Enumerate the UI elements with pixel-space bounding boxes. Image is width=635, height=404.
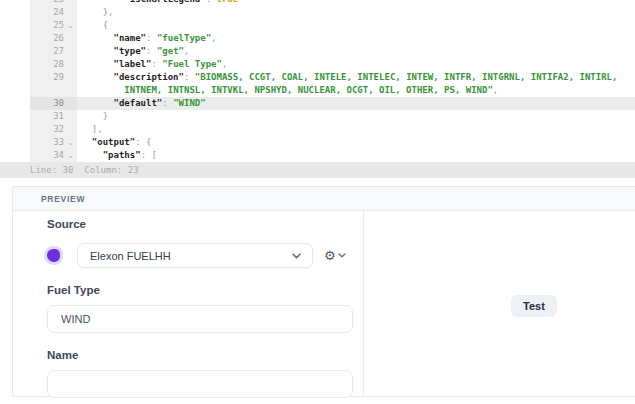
editor-status-bar: Line: 30 Column: 23 [0, 162, 635, 178]
line-number: 33⌄ [30, 136, 77, 149]
editor-line[interactable]: 30 "default": "WIND" [0, 97, 635, 110]
source-row: Elexon FUELHH ⚙ [47, 243, 352, 268]
line-number: 34⌄ [30, 149, 77, 162]
editor-left-margin [0, 58, 30, 71]
code-text: "output": { [77, 136, 635, 149]
code-text: "paths": [ [77, 149, 635, 162]
editor-lines: 23 "isChartLegend": true24 },25⌄ {26 "na… [0, 0, 635, 162]
line-number: 31 [30, 110, 77, 123]
editor-line[interactable]: 24 }, [0, 6, 635, 19]
editor-line[interactable]: 33⌄ "output": { [0, 136, 635, 149]
fold-arrow-icon[interactable]: ⌄ [64, 149, 77, 162]
editor-left-margin [0, 6, 30, 19]
source-label: Source [47, 218, 352, 230]
code-text: "name": "fuelType", [77, 32, 635, 45]
editor-left-margin [0, 136, 30, 149]
code-text: "default": "WIND" [77, 97, 635, 110]
editor-line[interactable]: 25⌄ { [0, 19, 635, 32]
code-text: } [77, 110, 635, 123]
editor-left-margin [0, 149, 30, 162]
preview-header-label: PREVIEW [41, 194, 85, 204]
editor-left-margin [0, 110, 30, 123]
source-select-value: Elexon FUELHH [90, 250, 171, 262]
field-label: Name [47, 349, 352, 361]
source-settings-button[interactable]: ⚙ [324, 249, 346, 262]
gear-icon: ⚙ [324, 249, 336, 262]
line-number [30, 84, 77, 97]
editor-line[interactable]: 34⌄ "paths": [ [0, 149, 635, 162]
chevron-down-icon [338, 253, 346, 258]
preview-test-pane: Test [364, 211, 635, 396]
editor-line[interactable]: 26 "name": "fuelType", [0, 32, 635, 45]
test-button[interactable]: Test [511, 295, 557, 317]
editor-line[interactable]: 28 "label": "Fuel Type", [0, 58, 635, 71]
code-text: ], [77, 123, 635, 136]
line-number: 25⌄ [30, 19, 77, 32]
code-text: "description": "BIOMASS, CCGT, COAL, INT… [77, 71, 635, 84]
chevron-down-icon [292, 253, 301, 259]
preview-body: Source Elexon FUELHH ⚙ Fuel TypeWINDName… [13, 211, 635, 396]
status-line: Line: 30 [30, 165, 73, 175]
line-number: 24 [30, 6, 77, 19]
field-input[interactable]: WIND [47, 305, 353, 333]
form-field: Fuel TypeWIND [47, 284, 352, 333]
code-text: { [77, 19, 635, 32]
editor-left-margin [0, 32, 30, 45]
field-label: Fuel Type [47, 284, 352, 296]
line-number: 28 [30, 58, 77, 71]
editor-line[interactable]: INTNEM, INTNSL, INTVKL, NPSHYD, NUCLEAR,… [0, 84, 635, 97]
preview-form: Source Elexon FUELHH ⚙ Fuel TypeWINDName [13, 211, 364, 396]
line-number: 26 [30, 32, 77, 45]
preview-fields: Fuel TypeWINDName [47, 284, 352, 398]
source-select[interactable]: Elexon FUELHH [77, 243, 313, 268]
status-column: Column: 23 [84, 165, 138, 175]
line-number: 30 [30, 97, 77, 110]
editor-left-margin [0, 19, 30, 32]
editor-left-margin [0, 84, 30, 97]
editor-left-margin [0, 97, 30, 110]
code-text: "label": "Fuel Type", [77, 58, 635, 71]
preview-panel: PREVIEW Source Elexon FUELHH ⚙ Fuel Type… [12, 186, 635, 397]
line-number: 29 [30, 71, 77, 84]
editor-line[interactable]: 29 "description": "BIOMASS, CCGT, COAL, … [0, 71, 635, 84]
code-text: "type": "get", [77, 45, 635, 58]
fold-arrow-icon[interactable]: ⌄ [64, 19, 77, 32]
editor-line[interactable]: 31 } [0, 110, 635, 123]
editor-left-margin [0, 45, 30, 58]
preview-header: PREVIEW [13, 187, 635, 211]
json-code-editor[interactable]: 23 "isChartLegend": true24 },25⌄ {26 "na… [0, 0, 635, 178]
fold-arrow-icon[interactable]: ⌄ [64, 136, 77, 149]
editor-line[interactable]: 32 ], [0, 123, 635, 136]
field-input[interactable] [47, 370, 353, 398]
line-number: 27 [30, 45, 77, 58]
code-text: }, [77, 6, 635, 19]
form-field: Name [47, 349, 352, 398]
editor-left-margin [0, 71, 30, 84]
editor-line[interactable]: 27 "type": "get", [0, 45, 635, 58]
editor-left-margin [0, 123, 30, 136]
source-logo-icon [47, 249, 60, 262]
code-text: INTNEM, INTNSL, INTVKL, NPSHYD, NUCLEAR,… [77, 84, 635, 97]
line-number: 32 [30, 123, 77, 136]
